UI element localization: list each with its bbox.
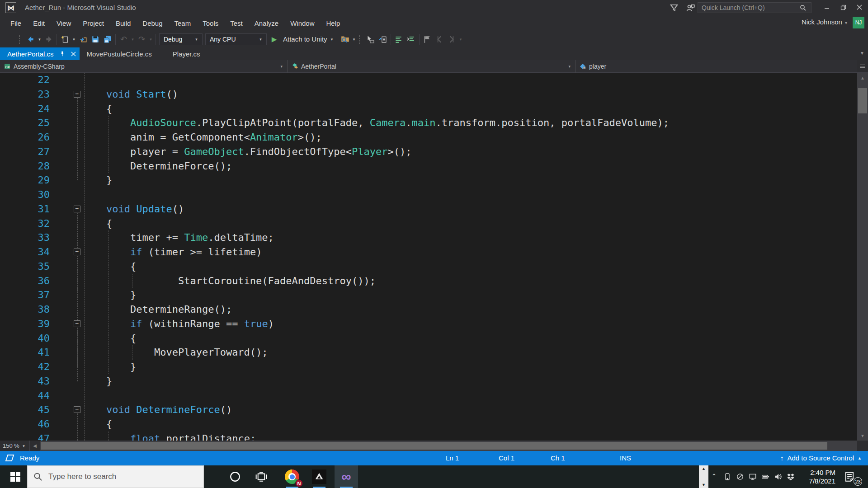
menu-analyze[interactable]: Analyze <box>249 17 284 30</box>
menu-build[interactable]: Build <box>110 17 137 30</box>
navigate-forward-button[interactable] <box>42 33 55 45</box>
task-view-button[interactable] <box>250 465 273 488</box>
selection-tool-button[interactable] <box>364 33 377 45</box>
code-line[interactable]: timer += Time.deltaTime; <box>82 230 274 245</box>
pin-icon[interactable] <box>59 51 66 57</box>
comment-lines-button[interactable] <box>393 33 405 45</box>
menu-file[interactable]: File <box>5 17 27 30</box>
member-dropdown[interactable]: player <box>576 60 868 73</box>
code-line[interactable]: AudioSource.PlayClipAtPoint(portalFade, … <box>82 116 669 130</box>
menu-help[interactable]: Help <box>321 17 346 30</box>
find-in-files-caret[interactable]: ▾ <box>351 37 357 42</box>
code-line[interactable]: } <box>82 374 112 389</box>
status-insert-mode[interactable]: INS <box>620 454 631 462</box>
fold-toggle[interactable]: − <box>74 206 80 212</box>
navigate-backward-button[interactable] <box>24 33 37 45</box>
fold-toggle[interactable]: − <box>74 406 80 413</box>
mini-scroll-up-icon[interactable]: ▲ <box>702 466 706 471</box>
uncomment-lines-button[interactable] <box>405 33 417 45</box>
code-line[interactable]: player = GameObject.FindObjectOfType<Pla… <box>82 145 412 159</box>
code-line[interactable]: DetermineForce(); <box>82 159 232 174</box>
tab-aetherportal-cs[interactable]: AetherPortal.cs <box>0 47 80 60</box>
code-line[interactable]: DetermineRange(); <box>82 302 232 317</box>
cortana-button[interactable] <box>223 465 247 488</box>
tab-movepustulecircle-cs[interactable]: MovePustuleCircle.cs <box>80 47 159 60</box>
code-line[interactable]: if (timer >= lifetime) <box>82 245 262 259</box>
bookmark-button[interactable] <box>421 33 434 45</box>
minimize-button[interactable] <box>820 2 834 13</box>
code-editor[interactable]: 2223 void Start()−24 {25 AudioSource.Pla… <box>0 73 857 441</box>
editor-splitter-handle[interactable] <box>857 60 868 73</box>
attach-to-unity-button[interactable]: ▶ <box>268 33 280 45</box>
battery-tray-icon[interactable] <box>761 473 769 483</box>
vertical-scrollbar[interactable]: ▲ ▼ <box>857 60 868 441</box>
project-dropdown[interactable]: C# Assembly-CSharp ▾ <box>0 60 288 73</box>
search-icon[interactable] <box>799 4 807 11</box>
zoom-level-dropdown[interactable]: 150 %▾ <box>0 441 30 451</box>
code-line[interactable]: void Update() <box>82 202 184 216</box>
avatar[interactable]: NJ <box>853 17 864 28</box>
previous-bookmark-button[interactable] <box>434 33 446 45</box>
menu-edit[interactable]: Edit <box>27 17 51 30</box>
tray-expand-chevron-icon[interactable]: ⌃ <box>712 473 717 479</box>
navigate-to-button[interactable] <box>377 33 389 45</box>
scroll-up-arrow[interactable]: ▲ <box>857 74 868 82</box>
code-line[interactable]: { <box>82 417 112 432</box>
device-tray-icon[interactable] <box>723 473 731 483</box>
menu-window[interactable]: Window <box>284 17 320 30</box>
toolbar-grip[interactable] <box>19 35 23 44</box>
tab-player-cs[interactable]: Player.cs <box>159 47 214 60</box>
menu-test[interactable]: Test <box>224 17 249 30</box>
navigate-backward-caret[interactable]: ▾ <box>37 37 42 42</box>
new-project-button[interactable] <box>59 33 71 45</box>
save-all-button[interactable] <box>101 33 113 45</box>
quiet-hours-tray-icon[interactable] <box>736 473 744 483</box>
vertical-scrollbar-thumb[interactable] <box>858 88 867 113</box>
tab-overflow-chevron-icon[interactable]: ▼ <box>860 51 864 56</box>
open-file-button[interactable] <box>77 33 89 45</box>
status-column[interactable]: Col 1 <box>499 454 514 462</box>
scroll-left-arrow[interactable]: ◀ <box>30 443 40 448</box>
horizontal-scrollbar-thumb[interactable] <box>41 442 827 450</box>
menu-project[interactable]: Project <box>77 17 110 30</box>
code-line[interactable]: void Start() <box>82 87 178 102</box>
solution-configurations-dropdown[interactable]: Debug▾ <box>159 33 203 45</box>
fold-toggle[interactable]: − <box>74 91 80 98</box>
user-name[interactable]: Nick Johnson▾ <box>802 18 847 26</box>
code-line[interactable]: { <box>82 102 112 116</box>
save-button[interactable] <box>89 33 101 45</box>
taskbar-clock[interactable]: 2:40 PM 7/8/2021 <box>794 468 835 485</box>
status-line[interactable]: Ln 1 <box>446 454 459 462</box>
code-line[interactable]: anim = GetComponent<Animator>(); <box>82 130 322 145</box>
menu-view[interactable]: View <box>51 17 77 30</box>
type-dropdown[interactable]: AetherPortal ▾ <box>288 60 576 73</box>
feedback-icon[interactable] <box>685 3 695 12</box>
status-character[interactable]: Ch 1 <box>551 454 565 462</box>
scroll-down-arrow[interactable]: ▼ <box>857 432 868 440</box>
horizontal-scrollbar[interactable] <box>40 441 857 451</box>
solution-platforms-dropdown[interactable]: Any CPU▾ <box>205 33 267 45</box>
quick-launch-input[interactable] <box>698 2 811 13</box>
code-line[interactable]: void DetermineForce() <box>82 403 232 417</box>
taskbar-visual-studio-icon[interactable]: ∞ <box>335 465 358 488</box>
find-in-files-button[interactable] <box>339 33 351 45</box>
redo-caret[interactable]: ▾ <box>148 37 154 42</box>
code-line[interactable]: MovePlayerToward(); <box>82 345 268 360</box>
redo-button[interactable]: ↷ <box>136 33 148 45</box>
close-tab-icon[interactable] <box>71 52 76 56</box>
menu-team[interactable]: Team <box>169 17 197 30</box>
add-to-source-control-button[interactable]: ↑ Add to Source Control ▲ <box>780 454 862 462</box>
next-bookmark-button[interactable] <box>446 33 458 45</box>
menu-tools[interactable]: Tools <box>197 17 224 30</box>
code-line[interactable]: if (withinRange == true) <box>82 317 274 331</box>
new-project-caret[interactable]: ▾ <box>71 37 77 42</box>
undo-caret[interactable]: ▾ <box>130 37 136 42</box>
attach-to-unity-label[interactable]: Attach to Unity <box>283 35 327 43</box>
undo-button[interactable]: ↶ <box>118 33 130 45</box>
mini-scroll-down-icon[interactable]: ▼ <box>702 483 706 487</box>
menu-debug[interactable]: Debug <box>137 17 168 30</box>
network-tray-icon[interactable] <box>749 473 757 483</box>
code-line[interactable]: { <box>82 216 112 231</box>
code-line[interactable]: } <box>82 360 136 374</box>
restore-button[interactable] <box>836 2 850 13</box>
